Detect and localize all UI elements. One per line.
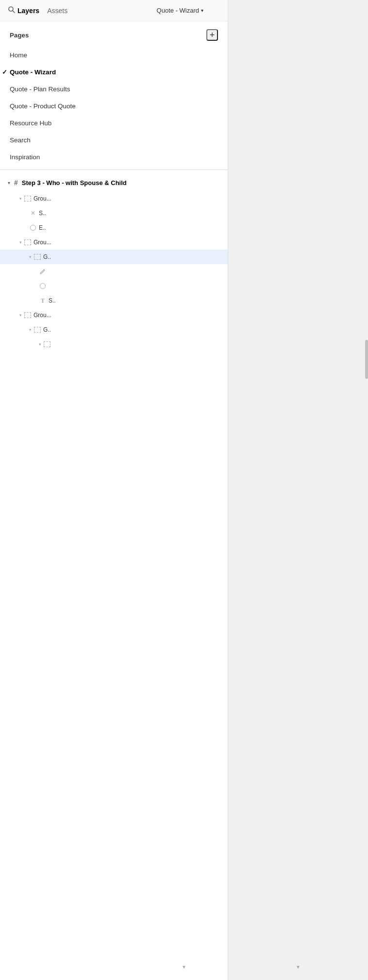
bottom-chevron-right: ▾: [297, 963, 300, 970]
frame-chevron: ▾: [8, 180, 10, 186]
x-icon: ✕: [29, 209, 37, 217]
page-item-quote-product-quote[interactable]: Quote - Product Quote: [0, 98, 228, 115]
page-item-inspiration[interactable]: Inspiration: [0, 149, 228, 166]
group-icon: [24, 195, 32, 203]
layer-item[interactable]: E..: [0, 220, 228, 235]
svg-line-1: [13, 11, 15, 13]
frame-header[interactable]: ▾ # Step 3 - Who - with Spouse & Child: [0, 174, 228, 191]
pages-section: Pages + Home ✓ Quote - Wizard Quote - Pl…: [0, 21, 228, 166]
layer-item[interactable]: T S..: [0, 293, 228, 308]
layer-chevron: ▾: [19, 313, 22, 318]
bottom-chevron[interactable]: ▾: [183, 963, 185, 970]
layer-chevron: ▾: [39, 342, 41, 347]
group-icon: [33, 326, 41, 334]
layer-item[interactable]: ▾: [0, 337, 228, 352]
layer-item[interactable]: [0, 264, 228, 279]
layer-item[interactable]: [0, 279, 228, 293]
group-icon: [24, 238, 32, 246]
frame-section: ▾ # Step 3 - Who - with Spouse & Child ▾…: [0, 174, 228, 352]
layer-chevron: ▾: [19, 240, 22, 245]
layer-item[interactable]: ▾ Grou...: [0, 235, 228, 250]
group-icon: [24, 311, 32, 319]
tab-assets[interactable]: Assets: [47, 7, 67, 15]
tab-layers[interactable]: Layers: [17, 7, 39, 15]
group-icon: [43, 340, 51, 348]
layer-item[interactable]: ▾ Grou...: [0, 308, 228, 322]
divider: [0, 169, 228, 170]
layer-item[interactable]: ▾ G..: [0, 322, 228, 337]
pencil-icon: [39, 268, 47, 275]
layer-item[interactable]: ✕ S..: [0, 206, 228, 220]
page-list: Home ✓ Quote - Wizard Quote - Plan Resul…: [0, 47, 228, 166]
layer-item[interactable]: ▾ Grou...: [0, 191, 228, 206]
hashtag-icon: #: [14, 179, 18, 186]
page-item-quote-wizard[interactable]: ✓ Quote - Wizard: [0, 64, 228, 81]
scrollbar[interactable]: [365, 340, 368, 379]
layer-chevron: ▾: [19, 196, 22, 201]
search-icon[interactable]: [8, 6, 16, 16]
layer-item[interactable]: ▾ G..: [0, 250, 228, 264]
page-item-search[interactable]: Search: [0, 132, 228, 149]
page-item-quote-plan-results[interactable]: Quote - Plan Results: [0, 81, 228, 98]
layer-chevron: ▾: [29, 327, 32, 332]
right-panel: ▾: [228, 0, 368, 980]
page-item-home[interactable]: Home: [0, 47, 228, 64]
circle-icon: [29, 224, 37, 232]
page-indicator-chevron: ▾: [201, 8, 203, 13]
active-checkmark: ✓: [2, 68, 7, 76]
page-indicator[interactable]: Quote - Wizard ▾: [157, 7, 203, 14]
add-page-button[interactable]: +: [206, 29, 218, 41]
pages-title: Pages: [10, 32, 29, 39]
circle-icon: [39, 282, 47, 290]
layer-chevron: ▾: [29, 254, 32, 259]
group-icon: [33, 253, 41, 261]
layers-list: ▾ Grou... ✕ S.. E.. ▾ Grou...: [0, 191, 228, 352]
top-bar: Layers Assets Quote - Wizard ▾: [0, 0, 228, 21]
page-item-resource-hub[interactable]: Resource Hub: [0, 115, 228, 132]
frame-title: Step 3 - Who - with Spouse & Child: [22, 179, 127, 186]
text-icon: T: [39, 297, 47, 304]
